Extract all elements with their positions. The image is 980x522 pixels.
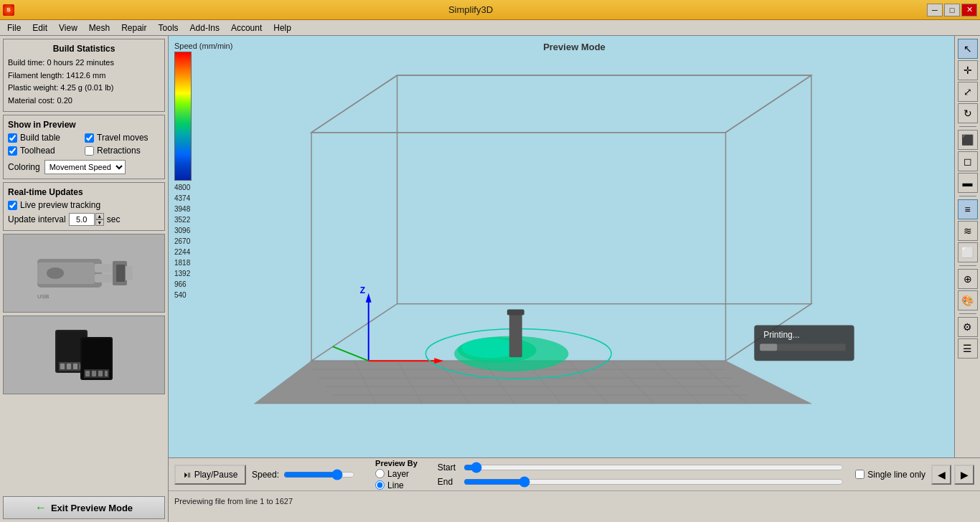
layer-radio[interactable] <box>375 469 385 478</box>
flat-view-button[interactable]: ▬ <box>958 173 978 193</box>
bottom-top-row: ⏯ Play/Pause Speed: Preview By Layer <box>169 458 980 490</box>
layer-view-button[interactable]: ≡ <box>958 199 978 219</box>
single-line-group: Single line only <box>855 470 925 480</box>
svg-rect-1 <box>37 262 95 284</box>
preview-by-group: Preview By Layer Line <box>375 459 418 490</box>
line-radio[interactable] <box>375 480 385 490</box>
toolbar-separator-2 <box>959 196 976 196</box>
coloring-select[interactable]: Movement Speed Feature Type Temperature <box>44 160 126 174</box>
update-interval-down[interactable]: ▼ <box>95 219 104 226</box>
build-statistics-title: Build Statistics <box>8 44 160 54</box>
single-line-checkbox[interactable] <box>855 470 864 479</box>
cursor-tool-button[interactable]: ↖ <box>958 39 978 59</box>
app-icon: S <box>3 4 14 16</box>
rotate-tool-button[interactable]: ↻ <box>958 103 978 123</box>
play-icon: ⏯ <box>183 470 192 480</box>
svg-rect-62 <box>760 343 777 351</box>
list-button[interactable]: ☰ <box>958 338 978 359</box>
build-table-label[interactable]: Build table <box>20 133 60 143</box>
menu-help[interactable]: Help <box>268 22 297 34</box>
end-slider[interactable] <box>463 476 844 488</box>
start-label: Start <box>438 462 459 473</box>
preview-by-title: Preview By <box>375 459 418 468</box>
build-table-checkbox[interactable] <box>8 133 17 143</box>
play-pause-button[interactable]: ⏯ Play/Pause <box>174 465 246 485</box>
update-interval-input[interactable] <box>69 213 95 226</box>
axis-button[interactable]: ⊕ <box>958 269 978 289</box>
svg-rect-21 <box>98 371 103 376</box>
viewport[interactable]: Speed (mm/min) 4800 4374 3948 3522 3096 … <box>169 36 980 457</box>
exit-arrow-icon: ← <box>35 501 47 514</box>
plastic-weight: Plastic weight: 4.25 g (0.01 lb) <box>8 82 160 95</box>
menu-tools[interactable]: Tools <box>153 22 184 34</box>
nav-prev-button[interactable]: ◀ <box>931 465 951 485</box>
play-pause-label: Play/Pause <box>194 470 238 480</box>
layer-radio-label[interactable]: Layer <box>387 469 409 479</box>
nav-next-button[interactable]: ▶ <box>954 465 974 485</box>
real-time-updates-title: Real-time Updates <box>8 187 160 197</box>
svg-rect-14 <box>73 364 77 369</box>
menu-edit[interactable]: Edit <box>27 22 53 34</box>
svg-marker-38 <box>311 75 811 133</box>
build-time: Build time: 0 hours 22 minutes <box>8 57 160 70</box>
menu-file[interactable]: File <box>1 22 27 34</box>
menu-mesh[interactable]: Mesh <box>83 22 116 34</box>
wireframe-box <box>311 75 811 361</box>
settings-button[interactable]: ⚙ <box>958 317 978 337</box>
status-bar: Previewing file from line 1 to 1627 <box>169 490 980 511</box>
retractions-checkbox[interactable] <box>85 146 94 156</box>
3d-scene[interactable]: Z <box>169 36 954 457</box>
menu-addins[interactable]: Add-Ins <box>184 22 225 34</box>
svg-line-52 <box>333 346 369 361</box>
exit-preview-label: Exit Preview Mode <box>51 503 133 513</box>
wire-view-button[interactable]: ◻ <box>958 151 978 171</box>
start-slider[interactable] <box>463 462 844 473</box>
svg-rect-57 <box>509 311 522 358</box>
live-preview-label[interactable]: Live preview tracking <box>20 200 100 210</box>
right-panel: Speed (mm/min) 4800 4374 3948 3522 3096 … <box>169 36 980 522</box>
speed-slider[interactable] <box>283 469 355 480</box>
toolbar-separator-1 <box>959 126 976 127</box>
toolhead-checkbox[interactable] <box>8 146 17 156</box>
retractions-label[interactable]: Retractions <box>97 146 141 156</box>
show-in-preview-panel: Show in Preview Build table Travel moves… <box>3 115 165 179</box>
update-interval-label: Update interval <box>8 214 66 224</box>
line-view-button[interactable]: ≋ <box>958 221 978 241</box>
toolhead-label[interactable]: Toolhead <box>20 146 55 156</box>
build-statistics-panel: Build Statistics Build time: 0 hours 22 … <box>3 39 165 112</box>
svg-rect-12 <box>60 364 65 369</box>
close-button[interactable]: ✕ <box>961 4 977 16</box>
live-preview-checkbox[interactable] <box>8 201 17 210</box>
menu-account[interactable]: Account <box>225 22 268 34</box>
single-line-label[interactable]: Single line only <box>867 470 925 480</box>
start-end-group: Start End <box>423 462 844 488</box>
box-view-button[interactable]: ⬜ <box>958 242 978 262</box>
minimize-button[interactable]: ─ <box>927 4 943 16</box>
thumbnail-usb: USB <box>3 234 165 313</box>
svg-rect-19 <box>85 371 90 376</box>
menu-view[interactable]: View <box>53 22 83 34</box>
sidebar: Build Statistics Build time: 0 hours 22 … <box>0 36 169 522</box>
exit-preview-button[interactable]: ← Exit Preview Mode <box>3 496 165 519</box>
svg-marker-48 <box>366 293 372 303</box>
coloring-label: Coloring <box>8 162 40 172</box>
print-head <box>507 310 524 358</box>
svg-rect-58 <box>507 310 524 315</box>
svg-rect-6 <box>126 266 133 280</box>
move-tool-button[interactable]: ✛ <box>958 60 978 80</box>
maximize-button[interactable]: □ <box>944 4 960 16</box>
travel-moves-label[interactable]: Travel moves <box>97 133 149 143</box>
svg-rect-13 <box>67 364 71 369</box>
scale-tool-button[interactable]: ⤢ <box>958 82 978 102</box>
sdcard-thumbnail-svg <box>34 323 134 387</box>
solid-view-button[interactable]: ⬛ <box>958 130 978 150</box>
travel-moves-checkbox[interactable] <box>85 133 94 143</box>
svg-line-46 <box>311 75 397 133</box>
toolbar-separator-4 <box>959 313 976 314</box>
window-title: Simplify3D <box>14 4 927 15</box>
bottom-controls: ⏯ Play/Pause Speed: Preview By Layer <box>169 457 980 522</box>
color-button[interactable]: 🎨 <box>958 290 978 310</box>
menu-repair[interactable]: Repair <box>116 22 152 34</box>
update-interval-up[interactable]: ▲ <box>95 213 104 219</box>
line-radio-label[interactable]: Line <box>387 480 404 490</box>
